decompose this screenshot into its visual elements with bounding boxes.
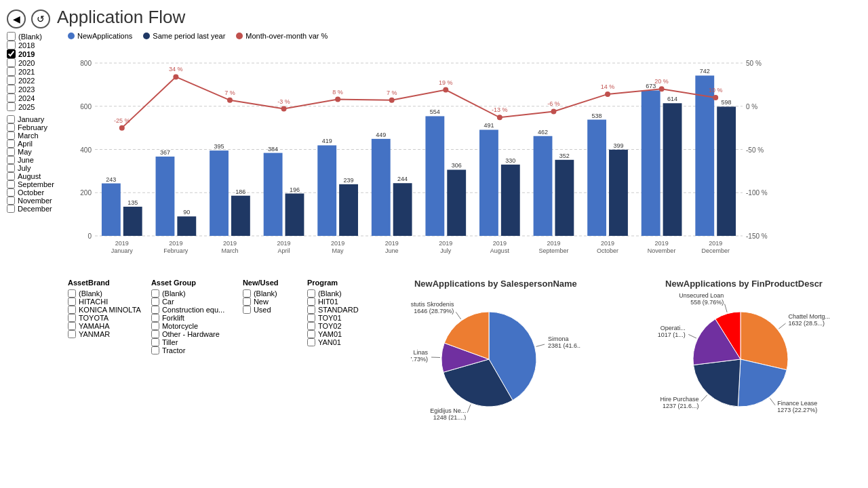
svg-text:243: 243 — [106, 176, 116, 183]
svg-rect-59 — [501, 165, 520, 236]
asset-brand-item[interactable]: (Blank) — [68, 289, 141, 298]
asset-brand-item[interactable]: HITACHI — [68, 298, 141, 306]
svg-text:19 %: 19 % — [439, 79, 453, 86]
svg-text:Linas: Linas — [413, 349, 428, 356]
year-filter-item[interactable]: 2019 — [7, 49, 61, 58]
pie-chart-1: NewApplications by SalespersonName Simon… — [378, 279, 613, 420]
program-item[interactable]: (Blank) — [307, 289, 368, 298]
year-filter-item[interactable]: 2025 — [7, 102, 61, 111]
month-filter-item[interactable]: February — [7, 123, 61, 131]
month-filter-item[interactable]: May — [7, 148, 61, 156]
month-filter-item[interactable]: April — [7, 140, 61, 148]
asset-group-item[interactable]: Car — [151, 298, 233, 306]
svg-rect-39 — [317, 145, 336, 236]
svg-text:0: 0 — [87, 232, 92, 240]
month-filter-item[interactable]: September — [7, 180, 61, 188]
svg-text:November: November — [648, 247, 676, 254]
pie1-svg: Simona2381 (41.6...)Egidijus Ne...1248 (… — [411, 291, 580, 420]
svg-text:July: July — [440, 247, 452, 254]
svg-rect-71 — [609, 150, 628, 236]
year-filter-item[interactable]: 2022 — [7, 76, 61, 85]
year-filter-item[interactable]: 2023 — [7, 85, 61, 94]
svg-text:2019: 2019 — [385, 240, 399, 247]
program-item[interactable]: YAM01 — [307, 330, 368, 338]
svg-text:14 %: 14 % — [601, 83, 615, 90]
pie-2-title: NewApplications by FinProductDescr — [665, 279, 823, 289]
svg-rect-17 — [123, 207, 142, 236]
svg-text:50 %: 50 % — [746, 60, 762, 67]
asset-brand-item[interactable]: TOYOTA — [68, 314, 141, 322]
svg-text:399: 399 — [613, 142, 623, 149]
asset-group-item[interactable]: Motorcycle — [151, 322, 233, 330]
svg-text:419: 419 — [322, 138, 332, 144]
svg-rect-57 — [479, 129, 498, 236]
new-used-item[interactable]: Used — [243, 306, 297, 314]
svg-text:600: 600 — [80, 103, 92, 110]
svg-text:-150 %: -150 % — [746, 232, 768, 240]
svg-point-105 — [605, 92, 610, 97]
svg-text:1017 (1...): 1017 (1...) — [658, 331, 686, 338]
svg-text:2019: 2019 — [601, 240, 614, 247]
asset-brand-item[interactable]: KONICA MINOLTA — [68, 306, 141, 314]
asset-brand-item[interactable]: YANMAR — [68, 330, 141, 338]
svg-text:742: 742 — [700, 68, 710, 75]
asset-group-item[interactable]: (Blank) — [151, 289, 233, 298]
svg-rect-27 — [210, 150, 229, 236]
asset-group-filter: Asset Group (Blank)CarConstruction equ..… — [151, 279, 233, 420]
svg-rect-47 — [393, 183, 412, 236]
program-item[interactable]: TOY02 — [307, 322, 368, 330]
back-icon[interactable]: ◀ — [7, 9, 26, 28]
program-item[interactable]: HIT01 — [307, 298, 368, 306]
new-used-filter: New/Used (Blank)NewUsed — [243, 279, 297, 420]
asset-group-item[interactable]: Other - Hardware — [151, 330, 233, 338]
asset-group-item[interactable]: Tiller — [151, 338, 233, 346]
svg-text:200: 200 — [80, 189, 92, 197]
program-item[interactable]: STANDARD — [307, 306, 368, 314]
svg-text:2019: 2019 — [655, 240, 669, 247]
month-filter-item[interactable]: March — [7, 131, 61, 140]
year-filter-item[interactable]: (Blank) — [7, 32, 61, 41]
month-filter-item[interactable]: August — [7, 172, 61, 180]
month-filter-item[interactable]: December — [7, 205, 61, 213]
asset-group-item[interactable]: Tractor — [151, 346, 233, 354]
legend-dot-new — [68, 33, 75, 39]
svg-text:2019: 2019 — [709, 240, 722, 247]
month-filter-item[interactable]: July — [7, 164, 61, 172]
year-filter-item[interactable]: 2018 — [7, 41, 61, 49]
bar-chart: 020040060080050 %0 %-50 %-100 %-150 %243… — [68, 43, 861, 273]
year-filter-item[interactable]: 2020 — [7, 58, 61, 67]
asset-brand-item[interactable]: YAMAHA — [68, 322, 141, 330]
month-filter-item[interactable]: January — [7, 115, 61, 123]
svg-point-87 — [119, 125, 125, 131]
svg-text:2019: 2019 — [223, 240, 237, 247]
asset-group-item[interactable]: Construction equ... — [151, 306, 233, 314]
month-filter-item[interactable]: October — [7, 188, 61, 197]
month-filter-item[interactable]: November — [7, 197, 61, 205]
svg-text:7 %: 7 % — [387, 89, 397, 96]
chart-legend: NewApplications Same period last year Mo… — [68, 32, 861, 40]
svg-line-126 — [770, 399, 775, 405]
svg-text:1273 (22.27%): 1273 (22.27%) — [777, 407, 817, 413]
month-filter-item[interactable]: June — [7, 156, 61, 164]
refresh-icon[interactable]: ↺ — [31, 9, 50, 28]
svg-rect-69 — [587, 120, 606, 236]
svg-text:34 %: 34 % — [169, 66, 183, 73]
new-used-item[interactable]: New — [243, 298, 297, 306]
year-filter-section: (Blank)20182019202020212022202320242025 — [7, 32, 61, 111]
svg-text:800: 800 — [80, 60, 92, 67]
program-item[interactable]: YAN01 — [307, 338, 368, 346]
svg-point-99 — [443, 87, 448, 93]
svg-point-93 — [281, 106, 287, 112]
pie-chart-2: NewApplications by FinProductDescr Chatt… — [627, 279, 861, 420]
svg-text:2019: 2019 — [169, 240, 182, 247]
svg-text:614: 614 — [667, 96, 677, 102]
svg-rect-51 — [425, 116, 444, 236]
year-filter-item[interactable]: 2021 — [7, 67, 61, 76]
new-used-item[interactable]: (Blank) — [243, 289, 297, 298]
program-item[interactable]: TOY01 — [307, 314, 368, 322]
svg-rect-45 — [372, 139, 391, 236]
month-filter-section: JanuaryFebruaryMarchAprilMayJuneJulyAugu… — [7, 115, 61, 213]
svg-line-132 — [688, 334, 696, 338]
asset-group-item[interactable]: Forklift — [151, 314, 233, 322]
year-filter-item[interactable]: 2024 — [7, 94, 61, 102]
